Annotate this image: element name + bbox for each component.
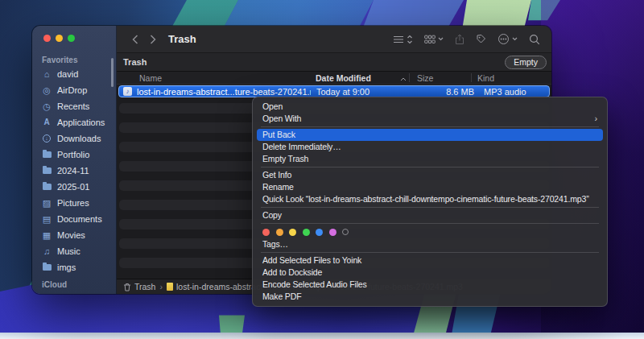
chevron-down-icon xyxy=(512,37,518,41)
tags-button[interactable] xyxy=(476,34,486,44)
menu-item-add-selected-files-to-yoink[interactable]: Add Selected Files to Yoink xyxy=(253,254,607,267)
share-button[interactable] xyxy=(455,34,464,45)
menu-item-label: Tags… xyxy=(262,238,288,250)
breadcrumb-trash[interactable]: Trash xyxy=(123,282,155,291)
more-options-button[interactable] xyxy=(497,33,518,45)
tag-color-dot[interactable] xyxy=(303,229,310,236)
sidebar-item-label: Applications xyxy=(57,118,105,127)
menu-item-add-to-dockside[interactable]: Add to Dockside xyxy=(253,267,607,279)
sidebar-item-label: Movies xyxy=(57,230,85,240)
window-title: Trash xyxy=(168,33,196,45)
zoom-button[interactable] xyxy=(68,35,75,42)
close-button[interactable] xyxy=(43,35,51,42)
menu-separator xyxy=(261,126,599,127)
menu-item-label: Put Back xyxy=(262,129,295,141)
menu-item-label: Empty Trash xyxy=(262,153,308,165)
sidebar-item-label: Portfolio xyxy=(57,150,89,159)
audio-file-icon: ♪ xyxy=(123,87,132,96)
search-button[interactable] xyxy=(529,34,540,45)
menu-item-label: Open With xyxy=(262,113,301,125)
menu-item-tags[interactable]: Tags… xyxy=(253,238,607,250)
sidebar-item-movies[interactable]: ▦Movies xyxy=(32,227,116,243)
sidebar-item-2025-01[interactable]: 2025-01 xyxy=(32,179,116,195)
file-date-modified: Today at 9:00 xyxy=(316,87,369,97)
folder-icon xyxy=(43,167,52,174)
tag-color-dot[interactable] xyxy=(316,229,323,236)
sidebar: Favorites ⌂david◎AirDrop◷RecentsAApplica… xyxy=(32,26,117,294)
sidebar-icloud-header: iCloud xyxy=(42,280,67,289)
folder-icon xyxy=(43,264,52,271)
sidebar-item-2024-11[interactable]: 2024-11 xyxy=(32,163,116,179)
menu-item-empty-trash[interactable]: Empty Trash xyxy=(253,153,607,165)
chevron-left-icon xyxy=(132,35,138,44)
sidebar-item-label: imgs xyxy=(57,263,76,272)
sidebar-item-portfolio[interactable]: Portfolio xyxy=(32,147,116,163)
sidebar-item-applications[interactable]: AApplications xyxy=(32,114,116,130)
sidebar-item-downloads[interactable]: ↓Downloads xyxy=(32,130,116,147)
column-header-date-modified[interactable]: Date Modified xyxy=(316,73,371,83)
column-divider[interactable] xyxy=(471,73,472,83)
menu-item-make-pdf[interactable]: Make PDF xyxy=(253,291,607,303)
column-divider[interactable] xyxy=(409,73,410,83)
chevron-down-icon xyxy=(438,37,444,41)
toolbar: Trash xyxy=(117,26,551,53)
tag-color-dot[interactable] xyxy=(262,229,270,236)
column-header-size[interactable]: Size xyxy=(417,73,433,83)
tag-color-dot[interactable] xyxy=(329,229,336,236)
tag-color-dot[interactable] xyxy=(289,229,296,236)
context-menu: OpenOpen With›Put BackDelete Immediately… xyxy=(252,97,608,307)
menu-item-label: Copy xyxy=(262,209,282,221)
breadcrumb-label: Trash xyxy=(134,282,155,291)
sidebar-item-label: Recents xyxy=(57,101,89,111)
file-kind: MP3 audio xyxy=(484,87,526,97)
menu-item-open-with[interactable]: Open With› xyxy=(253,113,607,125)
search-icon xyxy=(529,34,540,45)
tag-color-dot-none[interactable] xyxy=(342,229,349,235)
sidebar-item-label: 2025-01 xyxy=(57,182,89,192)
menu-item-rename[interactable]: Rename xyxy=(253,181,607,193)
menu-item-quick-look-lost-in-dreams-abstract-chill[interactable]: Quick Look “lost-in-dreams-abstract-chil… xyxy=(253,193,607,205)
sidebar-item-label: david xyxy=(57,69,78,79)
sidebar-item-pictures[interactable]: ▨Pictures xyxy=(32,195,116,211)
view-mode-button[interactable] xyxy=(393,35,413,44)
download-icon: ↓ xyxy=(43,134,51,143)
menu-item-label: Add Selected Files to Yoink xyxy=(262,254,361,267)
back-button[interactable] xyxy=(126,35,144,44)
sidebar-item-music[interactable]: ♫Music xyxy=(32,243,116,259)
sidebar-item-imgs[interactable]: imgs xyxy=(32,259,116,275)
forward-button[interactable] xyxy=(144,35,162,44)
empty-trash-button[interactable]: Empty xyxy=(505,56,547,69)
menu-item-encode-selected-audio-files[interactable]: Encode Selected Audio Files xyxy=(253,279,607,291)
sidebar-item-label: AirDrop xyxy=(57,85,87,95)
menu-item-delete-immediately[interactable]: Delete Immediately… xyxy=(253,141,607,153)
sidebar-item-documents[interactable]: ▤Documents xyxy=(32,211,116,227)
chevron-right-icon xyxy=(150,35,156,44)
tag-icon xyxy=(476,34,486,44)
menu-item-label: Quick Look “lost-in-dreams-abstract-chil… xyxy=(262,193,589,205)
minimize-button[interactable] xyxy=(56,35,63,42)
menu-item-put-back[interactable]: Put Back xyxy=(257,129,603,141)
menu-item-label: Encode Selected Audio Files xyxy=(262,279,367,291)
view-group-icon xyxy=(424,35,436,44)
menu-item-open[interactable]: Open xyxy=(253,101,607,113)
sidebar-item-label: Documents xyxy=(57,214,102,224)
group-by-button[interactable] xyxy=(424,35,444,44)
sidebar-item-recents[interactable]: ◷Recents xyxy=(32,98,116,114)
column-header-name[interactable]: Name xyxy=(139,73,162,83)
movies-icon: ▦ xyxy=(41,230,52,240)
tag-color-dot[interactable] xyxy=(276,229,283,236)
menu-separator xyxy=(261,207,599,208)
menu-item-get-info[interactable]: Get Info xyxy=(253,169,607,181)
wallpaper-bottom-edge xyxy=(0,333,644,339)
sidebar-item-david[interactable]: ⌂david xyxy=(32,66,116,82)
trash-section-title: Trash xyxy=(123,57,147,67)
table-row-selected[interactable]: ♪ lost-in-dreams-abstract...ture-beats-2… xyxy=(118,85,550,97)
sidebar-item-label: Downloads xyxy=(57,134,101,143)
sidebar-item-airdrop[interactable]: ◎AirDrop xyxy=(32,82,116,98)
column-header-kind[interactable]: Kind xyxy=(477,73,494,83)
submenu-arrow-icon: › xyxy=(594,114,597,124)
menu-item-copy[interactable]: Copy xyxy=(253,209,607,221)
breadcrumb-separator: › xyxy=(159,282,163,291)
document-icon: ▤ xyxy=(41,214,52,224)
menu-separator xyxy=(261,223,599,224)
